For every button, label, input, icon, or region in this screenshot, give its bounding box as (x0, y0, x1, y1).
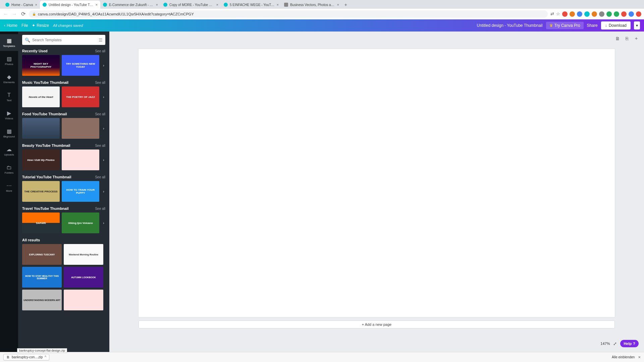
download-dropdown[interactable]: ▾ (634, 21, 640, 29)
template-thumb[interactable]: UNDERSTANDING MODERN ART (22, 290, 62, 310)
template-thumb[interactable]: How I Edit My Photos (22, 149, 60, 170)
template-thumb[interactable] (22, 118, 60, 139)
scroll-right-button[interactable]: › (101, 62, 107, 68)
scroll-right-button[interactable]: › (101, 125, 107, 131)
design-title[interactable]: Untitled design - YouTube Thumbnail (477, 23, 543, 28)
chevron-up-icon[interactable]: ^ (45, 355, 46, 359)
zoom-level[interactable]: 147% (600, 342, 610, 346)
browser-tab[interactable]: Untitled design - YouTube Th…× (40, 1, 100, 9)
section-food: Food YouTube ThumbnailSee all › (22, 112, 105, 139)
extension-icon[interactable] (570, 11, 575, 17)
template-thumb[interactable]: EXPLORING TUSCANY (22, 244, 62, 265)
extension-icon[interactable] (606, 11, 612, 17)
home-button[interactable]: ‹ Home (4, 23, 17, 28)
add-page-icon[interactable]: ＋ (633, 36, 639, 42)
close-icon[interactable]: × (156, 3, 158, 7)
notes-icon[interactable]: 🗎 (614, 36, 621, 42)
nav-uploads[interactable]: ☁Uploads (0, 143, 18, 160)
resize-button[interactable]: ✦ Resize (32, 23, 49, 28)
translate-icon[interactable]: ⇄ (550, 11, 554, 16)
browser-tab[interactable]: E-Commerce der Zukunft - Y…× (100, 1, 161, 9)
text-icon: T (7, 92, 11, 98)
canva-favicon (5, 3, 9, 7)
extension-icon[interactable] (577, 11, 582, 17)
nav-elements[interactable]: ◆Elements (0, 70, 18, 87)
template-thumb[interactable]: Weekend Morning Routine (64, 244, 103, 265)
close-icon[interactable]: × (276, 3, 278, 7)
forward-button[interactable]: → (11, 11, 17, 17)
extension-icon[interactable] (562, 11, 568, 17)
star-icon[interactable]: ☆ (556, 11, 560, 16)
search-box[interactable]: 🔍 ☰ (22, 35, 105, 45)
close-icon[interactable]: × (95, 3, 97, 7)
design-canvas[interactable] (139, 49, 615, 317)
duplicate-page-icon[interactable]: ⎘ (624, 36, 630, 42)
home-label: Home (7, 23, 17, 28)
close-icon[interactable]: × (337, 3, 339, 7)
url-field[interactable]: 🔒 canva.com/design/DAD_P4WrS_4/OAs11Acwm… (29, 10, 548, 18)
nav-photos[interactable]: ▧Photos (0, 52, 18, 69)
template-thumb[interactable]: AUTUMN LOOKBOOK (64, 267, 103, 288)
canva-favicon (224, 3, 228, 7)
see-all-link[interactable]: See all (95, 207, 105, 210)
template-thumb[interactable]: TRY SOMETHING NEW TODAY (62, 55, 99, 76)
scroll-right-button[interactable]: › (101, 188, 107, 194)
browser-tab[interactable]: Home - Canva× (3, 1, 40, 9)
help-button[interactable]: Help? (620, 340, 639, 347)
template-thumb[interactable]: Novels of the Heart (22, 86, 60, 107)
template-thumb[interactable]: NIGHT SKY PHOTOGRAPHY (22, 55, 60, 76)
extension-icon[interactable] (621, 11, 627, 17)
template-thumb[interactable]: THE POETRY OF JAZZ (62, 86, 99, 107)
canvas-wrap[interactable]: + Add a new page (109, 46, 644, 352)
extension-icon[interactable] (636, 11, 641, 17)
scroll-right-button[interactable]: › (101, 220, 107, 226)
close-icon[interactable]: × (638, 355, 641, 360)
back-button[interactable]: ← (3, 11, 9, 17)
download-button[interactable]: ↓ Download (601, 21, 631, 29)
nav-background[interactable]: ▩Bkground (0, 125, 18, 141)
extension-icon[interactable] (584, 11, 590, 17)
try-pro-button[interactable]: ♛ Try Canva Pro (546, 22, 584, 29)
template-thumb[interactable] (64, 290, 103, 310)
template-thumb[interactable]: HOW TO STAY HEALTHY THIS SUMMER (22, 267, 62, 288)
see-all-link[interactable]: See all (95, 81, 105, 84)
new-tab-button[interactable]: + (342, 1, 350, 9)
template-thumb[interactable] (62, 118, 99, 139)
extension-icon[interactable] (599, 11, 604, 17)
nav-folders[interactable]: 🗀Folders (0, 161, 18, 178)
see-all-link[interactable]: See all (95, 144, 105, 147)
browser-tab[interactable]: Business Vectors, Photos and…× (281, 1, 342, 9)
template-thumb[interactable]: HOW TO TRAIN YOUR PUPPY (62, 181, 99, 202)
save-status: All changes saved (53, 23, 83, 27)
see-all-link[interactable]: See all (95, 49, 105, 53)
fullscreen-icon[interactable]: ⤢ (613, 341, 617, 346)
see-all-link[interactable]: See all (95, 112, 105, 116)
show-all-downloads[interactable]: Alle einblenden (612, 355, 635, 359)
see-all-link[interactable]: See all (95, 175, 105, 179)
template-thumb[interactable]: THE CREATIVE PROCESS (22, 181, 60, 202)
reload-button[interactable]: ⟳ (20, 11, 26, 17)
template-thumb[interactable] (62, 149, 99, 170)
nav-videos[interactable]: ▶Videos (0, 107, 18, 123)
share-button[interactable]: Share (587, 23, 598, 28)
scroll-right-button[interactable]: › (101, 94, 107, 100)
close-icon[interactable]: × (35, 3, 37, 7)
close-icon[interactable]: × (216, 3, 218, 7)
download-item[interactable]: bankruptcy-concept-flat-design.zip 🗎 ban… (3, 354, 49, 360)
nav-text[interactable]: TText (0, 88, 18, 105)
nav-more[interactable]: ⋯More (0, 179, 18, 196)
filter-icon[interactable]: ☰ (99, 38, 103, 43)
search-input[interactable] (32, 38, 97, 42)
extension-icon[interactable] (614, 11, 619, 17)
extension-icon[interactable] (592, 11, 597, 17)
file-menu[interactable]: File (21, 23, 28, 28)
browser-tab[interactable]: 5 EINFACHE WEGE - YouTube…× (221, 1, 281, 9)
section-title: Tutorial YouTube Thumbnail (22, 175, 71, 179)
browser-tab[interactable]: Copy of MORE - YouTube Thu…× (161, 1, 221, 9)
template-thumb[interactable]: Hiking Ijen Volcano (62, 213, 99, 233)
template-thumb[interactable]: SAFARI (22, 213, 60, 233)
scroll-right-button[interactable]: › (101, 157, 107, 163)
nav-templates[interactable]: ▦Templates (0, 34, 18, 51)
avatar-icon[interactable] (629, 11, 634, 17)
add-page-button[interactable]: + Add a new page (139, 320, 615, 328)
